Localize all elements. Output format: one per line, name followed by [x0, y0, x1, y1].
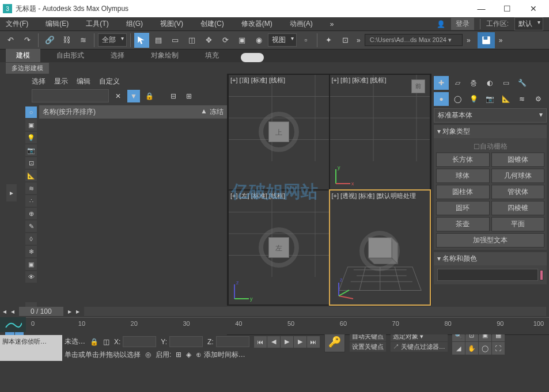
spacewarps-cat-icon[interactable]: ≋	[514, 92, 529, 106]
viewcube-left[interactable]: 左	[268, 237, 289, 258]
rollout-namecolor-header[interactable]: 名称和颜色	[434, 252, 547, 265]
shapes-cat-icon[interactable]: ◯	[450, 92, 465, 106]
filter-spacewarps-icon[interactable]: 📐	[25, 170, 37, 181]
time-next-icon[interactable]: ▸	[68, 307, 71, 315]
toolbar-more-2[interactable]: »	[467, 36, 471, 44]
toolbar-more[interactable]: »	[357, 36, 361, 44]
plane-button[interactable]: 平面	[491, 217, 545, 231]
ruler-ticks[interactable]: 0 10 20 30 40 50 60 70 80 90 100	[26, 317, 549, 334]
filter-geometry-icon[interactable]: ▣	[25, 119, 37, 131]
viewport-persp-label[interactable]: [+] [透视] [标准] [默认明暗处理	[332, 192, 417, 200]
enable-icon-2[interactable]: ◈	[186, 351, 191, 359]
lp-tab-display[interactable]: 显示	[54, 77, 68, 86]
select-button[interactable]	[134, 33, 149, 48]
modify-tab-icon[interactable]: ▱	[450, 76, 465, 90]
menu-more[interactable]: »	[330, 20, 334, 28]
menu-group[interactable]: 组(G)	[126, 19, 143, 29]
filter-helpers-icon[interactable]: ⊡	[25, 157, 37, 169]
workspace-dropdown[interactable]: 默认	[514, 17, 543, 31]
filter-cameras-icon[interactable]: 📷	[25, 144, 37, 156]
viewport-front[interactable]: [+] [前] [标准] [线框] 前 yx	[330, 75, 430, 189]
motion-tab-icon[interactable]: ◐	[482, 76, 497, 90]
isolate-icon[interactable]: ◫	[103, 338, 109, 346]
hierarchy-tab-icon[interactable]: 층	[466, 76, 481, 90]
sphere-button[interactable]: 球体	[436, 169, 490, 183]
place-button[interactable]: ◉	[251, 33, 266, 48]
filter-particles-icon[interactable]: ∴	[25, 195, 37, 207]
scene-list[interactable]: 名称(按升序排序) ▲冻结	[39, 105, 227, 315]
user-icon[interactable]: 👤	[437, 20, 445, 28]
ribbon-toggle[interactable]	[241, 53, 264, 62]
minimize-button[interactable]: —	[468, 0, 494, 17]
x-input[interactable]	[123, 336, 156, 347]
addtime-button[interactable]: ⊕ 添加时间标…	[196, 350, 245, 360]
project-path[interactable]: C:\Users\Ad…ds Max 2024 ▾	[365, 34, 463, 46]
close-button[interactable]: ✕	[520, 0, 546, 17]
filter-xref-icon[interactable]: ⊕	[25, 208, 37, 219]
maximize-button[interactable]: ☐	[494, 0, 520, 17]
rollout-objtype-header[interactable]: 对象类型	[434, 125, 547, 138]
scope-dropdown[interactable]: 全部	[98, 33, 127, 47]
z-input[interactable]	[216, 336, 249, 347]
lp-tab-custom[interactable]: 自定义	[99, 77, 120, 86]
textplus-button[interactable]: 加强型文本	[436, 233, 544, 248]
next-frame-icon[interactable]: ▶	[294, 336, 306, 348]
move-button[interactable]: ✥	[201, 33, 216, 48]
snap-toggle-icon[interactable]: ◎	[145, 351, 151, 359]
undo-button[interactable]	[3, 33, 18, 48]
display-tab-icon[interactable]: ▭	[498, 76, 513, 90]
cameras-cat-icon[interactable]: 📷	[482, 92, 497, 106]
filter-frozen-icon[interactable]: ❄	[25, 246, 37, 257]
viewport-left-label[interactable]: [+] [左] [标准] [线框]	[230, 192, 285, 200]
side-flap[interactable]: ▸	[6, 184, 17, 201]
ribbon-tab-modeling[interactable]: 建模	[6, 49, 40, 62]
ribbon-tab-objectpaint[interactable]: 对象绘制	[141, 49, 189, 62]
menu-create[interactable]: 创建(C)	[200, 19, 224, 29]
filter-lights-icon[interactable]: 💡	[25, 132, 37, 143]
geosphere-button[interactable]: 几何球体	[491, 169, 545, 183]
scale-button[interactable]: ▣	[234, 33, 249, 48]
lock-icon[interactable]: 🔒	[143, 90, 156, 102]
lights-cat-icon[interactable]: 💡	[466, 92, 481, 106]
category-dropdown[interactable]: 标准基本体	[434, 108, 547, 123]
systems-cat-icon[interactable]: ⚙	[531, 92, 546, 106]
box-button[interactable]: 长方体	[436, 153, 490, 167]
time-prev-icon[interactable]: ◂	[3, 307, 6, 315]
menu-anim[interactable]: 动画(A)	[290, 19, 313, 29]
pyramid-button[interactable]: 四棱锥	[491, 201, 545, 215]
helpers-cat-icon[interactable]: 📐	[498, 92, 513, 106]
viewport-left[interactable]: [+] [左] [标准] [线框] 左 zy	[229, 191, 329, 305]
tube-button[interactable]: 管状体	[491, 185, 545, 199]
geometry-cat-icon[interactable]: ●	[434, 92, 449, 106]
viewcube-front[interactable]: 前	[411, 79, 425, 93]
ref-system-dropdown[interactable]: 视图	[268, 33, 297, 47]
create-tab-icon[interactable]: ✚	[434, 76, 449, 90]
filter-groups-icon[interactable]: ✎	[25, 220, 37, 232]
toolbar-more-3[interactable]: »	[499, 36, 503, 44]
window-crossing-button[interactable]: ◫	[184, 33, 199, 48]
menu-modifier[interactable]: 修改器(M)	[241, 19, 272, 29]
y-input[interactable]	[169, 336, 203, 347]
teapot-button[interactable]: 茶壶	[436, 217, 490, 231]
list-header-freeze[interactable]: 冻结	[210, 107, 224, 117]
cone-button[interactable]: 圆锥体	[491, 153, 545, 167]
viewport-perspective[interactable]: [+] [透视] [标准] [默认明暗处理 z	[330, 191, 430, 305]
menu-edit[interactable]: 编辑(E)	[46, 19, 69, 29]
maxscript-listener[interactable]: 脚本迷你侦听…	[0, 335, 62, 361]
filter-bone-icon[interactable]: ≋	[25, 182, 37, 194]
filter-hidden-icon[interactable]: ◊	[25, 233, 37, 245]
curve-editor-icon[interactable]	[0, 317, 26, 332]
save-button[interactable]	[478, 32, 495, 48]
list-header-name[interactable]: 名称(按升序排序)	[43, 107, 96, 117]
clear-search-icon[interactable]: ✕	[112, 90, 124, 102]
play-icon[interactable]: ▶	[281, 336, 293, 348]
enable-icon-1[interactable]: ⊞	[176, 351, 181, 359]
ribbon-tab-selection[interactable]: 选择	[100, 49, 135, 62]
selection-lock-icon[interactable]: 🔒	[90, 338, 99, 346]
cylinder-button[interactable]: 圆柱体	[436, 185, 490, 199]
expand-icon[interactable]: ⊞	[183, 90, 195, 102]
filter-all-icon[interactable]: ▣	[25, 258, 37, 270]
prev-frame-icon[interactable]: ◀	[267, 336, 280, 348]
time-prev2-icon[interactable]: ◂	[11, 307, 14, 315]
link-button[interactable]: 🔗	[42, 33, 57, 48]
